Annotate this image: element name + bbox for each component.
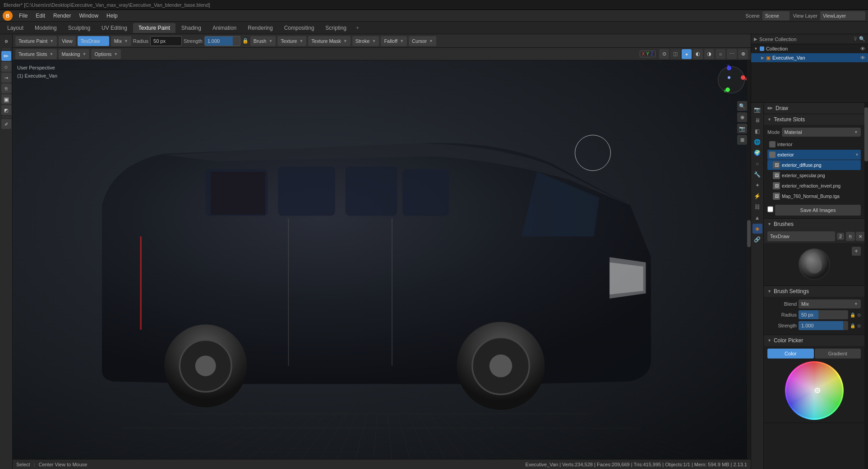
- prop-icon-world[interactable]: 🌍: [753, 148, 762, 158]
- image-exterior-refraction[interactable]: 🖼 exterior_refraction_invert.png: [767, 181, 861, 191]
- strength-slider[interactable]: 1.000: [799, 321, 848, 330]
- tool-mask[interactable]: ◩: [1, 105, 11, 115]
- menu-edit[interactable]: Edit: [32, 12, 49, 20]
- image-exterior-specular[interactable]: 🖼 exterior_specular.png: [767, 170, 861, 180]
- gizmo-icon[interactable]: ⊕: [738, 49, 748, 59]
- tab-modeling[interactable]: Modeling: [29, 23, 62, 33]
- save-all-button[interactable]: Save All Images: [775, 205, 861, 216]
- right-panel-scrollbar[interactable]: [864, 103, 868, 469]
- color-tab-gradient[interactable]: Gradient: [815, 349, 861, 359]
- radius-use-pressure-icon[interactable]: ⊙: [857, 313, 861, 317]
- texture-slots-header[interactable]: ▼ Texture Slots: [764, 114, 864, 125]
- mode-select[interactable]: Texture Paint ▼: [15, 36, 57, 46]
- view-zoom-in[interactable]: ⊕: [737, 112, 747, 122]
- color-picker-header[interactable]: ▼ Color Picker: [764, 335, 864, 346]
- blend-mode-select[interactable]: Mix ▼: [111, 36, 131, 46]
- stroke-menu[interactable]: Stroke ▼: [352, 36, 379, 46]
- tab-rendering[interactable]: Rendering: [242, 23, 278, 33]
- tab-add[interactable]: +: [352, 23, 363, 33]
- tool-fill[interactable]: ▣: [1, 94, 11, 104]
- tool-soften[interactable]: ○: [1, 62, 11, 72]
- prop-icon-physics[interactable]: ⚡: [753, 191, 762, 201]
- overlay-icon[interactable]: ⊙: [659, 49, 669, 59]
- outliner-item-van[interactable]: ▶ ▣ Executive_Van 👁: [751, 53, 868, 62]
- view-layer-input[interactable]: ViewLayer: [820, 11, 865, 20]
- view-camera[interactable]: 📷: [737, 124, 747, 133]
- tab-texture-paint[interactable]: Texture Paint: [133, 23, 175, 33]
- prop-icon-material[interactable]: ◈: [753, 224, 762, 234]
- strength-lock-icon[interactable]: 🔒: [242, 38, 249, 44]
- outliner-search-icon[interactable]: 🔍: [859, 36, 865, 42]
- slot-expand-icon[interactable]: ▼: [855, 152, 859, 157]
- viewport[interactable]: User Perspective (1) Executive_Van Z X Y: [13, 60, 751, 459]
- brush-copy-icon[interactable]: ⎘: [846, 232, 855, 241]
- menu-help[interactable]: Help: [103, 12, 121, 20]
- prop-icon-scene[interactable]: 🌐: [753, 137, 762, 147]
- texture-mask-menu[interactable]: Texture Mask ▼: [308, 36, 350, 46]
- viewport-shading-solid[interactable]: ●: [682, 49, 692, 59]
- menu-file[interactable]: File: [15, 12, 31, 20]
- texture-menu[interactable]: Texture ▼: [277, 36, 306, 46]
- tab-scripting[interactable]: Scripting: [320, 23, 352, 33]
- slot-interior[interactable]: interior: [767, 139, 861, 149]
- brush-name-display[interactable]: TexDraw: [78, 36, 109, 46]
- prop-icon-particles[interactable]: ✦: [753, 180, 762, 190]
- strength-input[interactable]: 1.000: [204, 36, 240, 46]
- image-exterior-diffuse[interactable]: 🖼 exterior_diffuse.png: [767, 160, 861, 170]
- prop-icon-constraints[interactable]: ⛓: [753, 202, 762, 212]
- tab-uv-editing[interactable]: UV Editing: [96, 23, 133, 33]
- prop-icon-output[interactable]: 🖥: [753, 115, 762, 125]
- tool-smear[interactable]: ⇝: [1, 73, 11, 83]
- save-all-checkbox[interactable]: [767, 206, 773, 212]
- nav-gizmo[interactable]: Z X Y: [716, 64, 747, 96]
- prop-icon-render[interactable]: 📷: [753, 105, 762, 115]
- more-options-icon[interactable]: ⋯: [727, 49, 737, 59]
- collection-eye-icon[interactable]: 👁: [860, 46, 865, 51]
- falloff-menu[interactable]: Falloff ▼: [381, 36, 407, 46]
- tool-annotate[interactable]: ✐: [1, 119, 11, 129]
- radius-slider[interactable]: 50 px: [799, 310, 848, 319]
- tab-sculpting[interactable]: Sculpting: [63, 23, 96, 33]
- prop-icon-viewlayer[interactable]: ◧: [753, 126, 762, 136]
- viewport-shading-wireframe[interactable]: ○: [716, 49, 725, 59]
- brush-delete-icon[interactable]: ✕: [856, 232, 864, 241]
- tab-layout[interactable]: Layout: [2, 23, 29, 33]
- xyz-toggle[interactable]: X Y Z: [640, 51, 656, 57]
- tool-draw[interactable]: ✏: [1, 51, 11, 61]
- color-wheel-container[interactable]: [785, 361, 844, 420]
- view-menu[interactable]: View: [59, 36, 76, 46]
- tool-mode-switcher[interactable]: ⚙: [1, 36, 12, 47]
- mode-value[interactable]: Material ▼: [782, 128, 861, 137]
- strength-lock-icon2[interactable]: 🔒: [850, 323, 855, 328]
- viewport-scrollbar-thumb[interactable]: [747, 220, 751, 247]
- image-map-normal[interactable]: 🖼 Map_760_Normal_Bump.tga: [767, 191, 861, 201]
- van-eye-icon[interactable]: 👁: [860, 55, 865, 60]
- outliner-item-collection[interactable]: ▼ Collection 👁: [751, 44, 868, 53]
- prop-icon-shadertree[interactable]: 🔗: [753, 234, 762, 244]
- brush-add-btn[interactable]: +: [852, 247, 861, 256]
- tab-compositing[interactable]: Compositing: [279, 23, 320, 33]
- cursor-menu[interactable]: Cursor ▼: [409, 36, 436, 46]
- brushes-header[interactable]: ▼ Brushes: [764, 219, 864, 230]
- brush-settings-header[interactable]: ▼ Brush Settings: [764, 286, 864, 297]
- options-btn[interactable]: Options ▼: [91, 49, 121, 59]
- masking-btn[interactable]: Masking ▼: [59, 49, 90, 59]
- prop-icon-object[interactable]: ○: [753, 159, 762, 169]
- outliner-filter-icon[interactable]: ⊽: [854, 36, 857, 42]
- tool-clone[interactable]: ⎘: [1, 83, 11, 93]
- viewport-shading-material[interactable]: ◐: [693, 49, 703, 59]
- menu-window[interactable]: Window: [75, 12, 102, 20]
- strength-use-pressure-icon[interactable]: ⊙: [857, 323, 861, 328]
- blend-value[interactable]: Mix ▼: [799, 299, 861, 308]
- view-grid[interactable]: ⊞: [737, 135, 747, 145]
- radius-lock-icon[interactable]: 🔒: [850, 313, 855, 317]
- xray-icon[interactable]: ◫: [670, 49, 680, 59]
- viewport-scrollbar[interactable]: [747, 60, 751, 459]
- slot-exterior[interactable]: exterior ▼: [767, 150, 861, 160]
- brush-menu[interactable]: Brush ▼: [250, 36, 276, 46]
- color-tab-color[interactable]: Color: [767, 349, 814, 359]
- tab-animation[interactable]: Animation: [207, 23, 242, 33]
- menu-render[interactable]: Render: [50, 12, 74, 20]
- radius-input[interactable]: 50 px: [150, 36, 182, 46]
- texture-slots-btn[interactable]: Texture Slots ▼: [15, 49, 57, 59]
